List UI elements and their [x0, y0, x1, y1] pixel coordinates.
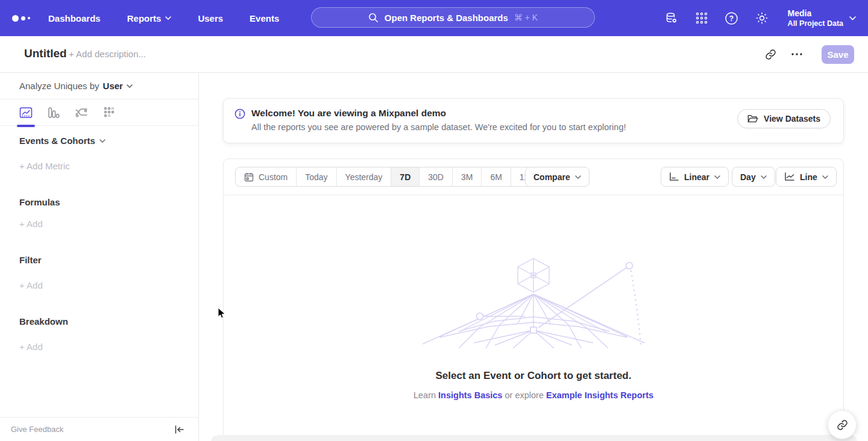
demo-banner: Welcome! You are viewing a Mixpanel demo…	[223, 98, 844, 143]
empty-state-title: Select an Event or Cohort to get started…	[223, 370, 844, 382]
date-range-today[interactable]: Today	[297, 167, 336, 186]
chart-controls-row: Custom Today Yesterday 7D 30D 3M 6M 12M …	[224, 159, 843, 195]
analyze-by-label: Analyze Uniques by	[19, 81, 99, 91]
date-range-custom[interactable]: Custom	[236, 167, 297, 186]
scale-selector-button[interactable]: Linear	[661, 167, 729, 187]
mixpanel-logo[interactable]	[12, 0, 30, 36]
line-chart-icon	[784, 172, 795, 181]
global-search-input[interactable]: Open Reports & Dashboards ⌘ + K	[311, 7, 595, 28]
axis-scale-icon	[669, 172, 679, 181]
nav-users[interactable]: Users	[198, 13, 223, 23]
retention-grid-icon[interactable]	[102, 106, 116, 119]
insights-basics-link[interactable]: Insights Basics	[438, 390, 502, 400]
nav-reports[interactable]: Reports	[127, 13, 172, 23]
banner-title: Welcome! You are viewing a Mixpanel demo	[251, 108, 446, 119]
collapse-sidebar-icon[interactable]	[175, 425, 184, 434]
date-range-3m[interactable]: 3M	[453, 167, 482, 186]
events-cohorts-header[interactable]: Events & Cohorts	[19, 135, 105, 147]
project-selector[interactable]: Media All Project Data	[788, 8, 856, 28]
date-range-yesterday[interactable]: Yesterday	[337, 167, 392, 186]
date-range-30d[interactable]: 30D	[420, 167, 453, 186]
nav-events[interactable]: Events	[250, 13, 279, 23]
svg-text:?: ?	[729, 14, 734, 22]
report-header: Untitled + Add description... Save	[0, 36, 868, 73]
date-range-segmented-control: Custom Today Yesterday 7D 30D 3M 6M 12M	[235, 167, 545, 187]
example-reports-link[interactable]: Example Insights Reports	[546, 390, 653, 400]
flows-icon[interactable]	[75, 106, 88, 119]
chevron-down-icon	[849, 16, 856, 20]
folder-icon	[747, 114, 758, 124]
nav-dashboards[interactable]: Dashboards	[48, 13, 101, 23]
give-feedback-link[interactable]: Give Feedback	[11, 425, 63, 434]
filter-header: Filter	[19, 254, 42, 266]
project-scope: All Project Data	[788, 19, 843, 28]
copy-link-button[interactable]	[762, 46, 779, 63]
search-placeholder: Open Reports & Dashboards	[385, 13, 508, 23]
top-nav: Dashboards Reports Users Events Open Rep…	[0, 0, 868, 36]
banner-body: All the reports you see are powered by a…	[251, 122, 626, 132]
chevron-down-icon	[127, 84, 133, 88]
floating-share-button[interactable]	[828, 410, 857, 439]
add-filter-button[interactable]: + Add	[19, 280, 43, 292]
insights-line-icon[interactable]	[19, 106, 33, 119]
add-metric-button[interactable]: + Add Metric	[19, 160, 70, 172]
empty-state-links: Learn Insights Basics or explore Example…	[223, 390, 844, 400]
search-icon	[368, 13, 379, 23]
help-icon[interactable]: ?	[724, 10, 740, 26]
compare-button[interactable]: Compare	[525, 167, 590, 187]
middle-text: or explore	[502, 390, 546, 400]
learn-prefix: Learn	[414, 390, 438, 400]
analyze-by-row: Analyze Uniques by User	[0, 73, 198, 99]
chevron-down-icon	[822, 175, 828, 179]
data-management-icon[interactable]	[664, 10, 679, 26]
more-options-icon	[791, 53, 802, 55]
bar-chart-icon[interactable]	[47, 106, 60, 119]
chevron-down-icon	[714, 175, 720, 179]
view-datasets-button[interactable]: View Datasets	[737, 109, 831, 128]
project-name: Media	[788, 8, 843, 19]
report-title[interactable]: Untitled	[24, 47, 67, 60]
more-options-button[interactable]	[788, 46, 805, 63]
add-breakdown-button[interactable]: + Add	[19, 341, 43, 353]
link-icon	[837, 419, 848, 431]
chevron-down-icon	[761, 175, 767, 179]
bottom-panel-edge[interactable]	[211, 435, 857, 441]
chart-type-selector-button[interactable]: Line	[776, 167, 837, 187]
query-sidebar: Analyze Uniques by User	[0, 73, 199, 441]
search-shortcut: ⌘ + K	[514, 13, 538, 22]
date-range-7d[interactable]: 7D	[391, 167, 420, 186]
chevron-down-icon	[575, 175, 581, 179]
apps-grid-icon[interactable]	[694, 10, 709, 26]
settings-gear-icon[interactable]	[754, 10, 770, 26]
add-formula-button[interactable]: + Add	[19, 218, 43, 230]
analyze-by-dropdown[interactable]: User	[103, 81, 133, 91]
link-icon	[765, 49, 776, 60]
save-button[interactable]: Save	[822, 45, 854, 64]
sidebar-footer: Give Feedback	[0, 417, 198, 441]
chart-type-tabs	[0, 99, 198, 126]
breakdown-header: Breakdown	[19, 316, 68, 328]
interval-selector-button[interactable]: Day	[732, 167, 775, 187]
empty-state-illustration	[423, 255, 646, 348]
calendar-icon	[244, 172, 254, 182]
info-icon	[234, 108, 245, 119]
chevron-down-icon	[99, 139, 105, 143]
report-description-placeholder[interactable]: + Add description...	[69, 49, 146, 59]
formulas-header: Formulas	[19, 196, 60, 208]
chevron-down-icon	[165, 16, 171, 20]
date-range-6m[interactable]: 6M	[482, 167, 511, 186]
